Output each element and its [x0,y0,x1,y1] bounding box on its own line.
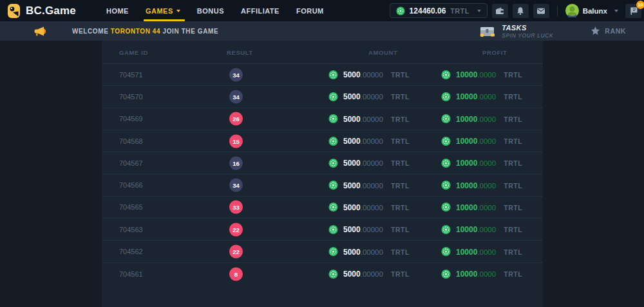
result-badge: 34 [229,68,243,81]
amount-value: 5000.00000 [343,70,383,79]
amount-currency: TRTL [391,159,410,167]
nav-item-games[interactable]: GAMES [137,0,189,21]
nav-item-label: FORUM [296,7,324,15]
coin-icon [396,6,405,15]
coin-icon [441,114,451,124]
welcome-banner: WELCOME TORONTON 44 JOIN THE GAME TASKS … [0,21,644,41]
profit-value: 10000.0000 [456,225,496,234]
table-row[interactable]: 704562 22 5000.00000 TRTL 10000.0 [102,241,543,262]
amount-currency: TRTL [391,115,410,123]
nav-item-bonus[interactable]: BONUS [189,0,232,21]
profit-value: 10000.0000 [456,70,496,79]
chevron-down-icon [477,10,481,12]
balance-value: 124460.06 [410,6,446,15]
nav-item-label: AFFILIATE [241,7,279,15]
rank-widget[interactable]: RANK [591,26,626,35]
table-row[interactable]: 704569 26 5000.00000 TRTL 10000.0 [102,108,543,130]
amount-value: 5000.00000 [343,114,383,123]
game-id: 704567 [119,159,143,167]
game-id: 704565 [119,203,143,211]
nav-item-affiliate[interactable]: AFFILIATE [232,0,288,21]
chat-flag-icon [629,6,638,15]
amount-cell: 5000.00000 TRTL [328,158,410,168]
profit-cell: 10000.0000 TRTL [441,70,522,79]
result-badge: 34 [229,90,243,103]
table-row[interactable]: 704561 8 5000.00000 TRTL 10000.00 [102,263,543,285]
notifications-button[interactable] [513,4,529,18]
profit-value: 10000.0000 [456,181,496,190]
treasure-chest-icon [478,24,496,38]
table-row[interactable]: 704563 22 5000.00000 TRTL 10000.0 [102,219,543,241]
amount-currency: TRTL [391,270,410,278]
profit-value: 10000.0000 [456,114,496,123]
table-row[interactable]: 704565 33 5000.00000 TRTL 10000.0 [102,197,543,219]
profit-cell: 10000.0000 TRTL [441,269,522,279]
nav-item-label: HOME [106,7,129,15]
table-row[interactable]: 704571 34 5000.00000 TRTL 10000.0 [102,64,543,86]
game-id: 704570 [119,93,143,101]
amount-cell: 5000.00000 TRTL [328,70,410,79]
megaphone-icon [33,26,46,37]
profit-cell: 10000.0000 TRTL [441,247,522,257]
game-id: 704561 [119,270,143,278]
table-body: 704571 34 5000.00000 TRTL 10000.0 [102,64,543,285]
amount-value: 5000.00000 [343,137,383,146]
profit-value: 10000.0000 [456,137,496,146]
nav-item-label: GAMES [146,7,173,15]
coin-icon [328,203,338,212]
bet-history-panel: GAME ID RESULT AMOUNT PROFIT 704571 34 5… [102,41,543,307]
profit-currency: TRTL [504,248,522,255]
table-row[interactable]: 704567 16 5000.00000 TRTL 10000.0 [102,152,543,174]
user-menu[interactable]: Balunx [565,4,618,17]
tasks-widget[interactable]: TASKS SPIN YOUR LUCK [478,24,553,39]
amount-currency: TRTL [391,203,410,211]
profit-currency: TRTL [504,203,522,211]
coin-icon [328,70,338,79]
rank-label: RANK [605,27,626,35]
result-badge: 22 [229,245,243,259]
profit-currency: TRTL [504,270,522,278]
chat-badge: 10 [636,1,644,9]
brand-logo[interactable]: BC.Game [6,3,76,19]
table-row[interactable]: 704568 15 5000.00000 TRTL 10000.0 [102,130,543,152]
profit-currency: TRTL [504,181,522,189]
messages-button[interactable] [533,4,549,18]
coin-icon [441,70,451,79]
profit-cell: 10000.0000 TRTL [441,224,522,234]
chat-button[interactable]: 10 [625,4,641,18]
amount-value: 5000.00000 [343,225,383,234]
result-badge: 16 [229,156,243,170]
nav-item-home[interactable]: HOME [98,0,137,21]
amount-currency: TRTL [391,137,410,145]
wallet-button[interactable] [492,4,508,18]
amount-value: 5000.00000 [343,92,383,101]
profit-cell: 10000.0000 TRTL [441,203,522,212]
profit-currency: TRTL [504,93,522,101]
wallet-icon [495,6,504,15]
table-row[interactable]: 704566 34 5000.00000 TRTL 10000.0 [102,174,543,196]
game-id: 704569 [119,115,143,123]
tasks-title: TASKS [502,24,553,32]
balance-selector[interactable]: 124460.06 TRTL [390,3,488,18]
amount-currency: TRTL [391,181,410,189]
star-icon [591,26,600,35]
welcome-message: WELCOME TORONTON 44 JOIN THE GAME [72,28,218,35]
coin-icon [441,269,451,279]
profit-currency: TRTL [504,159,522,167]
profit-value: 10000.0000 [456,203,496,212]
coin-icon [328,92,338,101]
divider [557,6,558,16]
welcome-suffix: JOIN THE GAME [160,28,218,35]
nav-item-forum[interactable]: FORUM [288,0,332,21]
username: Balunx [583,7,607,15]
amount-value: 5000.00000 [343,247,383,256]
amount-currency: TRTL [391,93,410,101]
balance-currency: TRTL [450,7,469,15]
table-row[interactable]: 704570 34 5000.00000 TRTL 10000.0 [102,86,543,108]
amount-currency: TRTL [391,226,410,233]
amount-cell: 5000.00000 TRTL [328,224,410,234]
profit-cell: 10000.0000 TRTL [441,158,522,168]
result-badge: 22 [229,223,243,236]
coin-icon [328,136,338,146]
result-badge: 34 [229,179,243,192]
